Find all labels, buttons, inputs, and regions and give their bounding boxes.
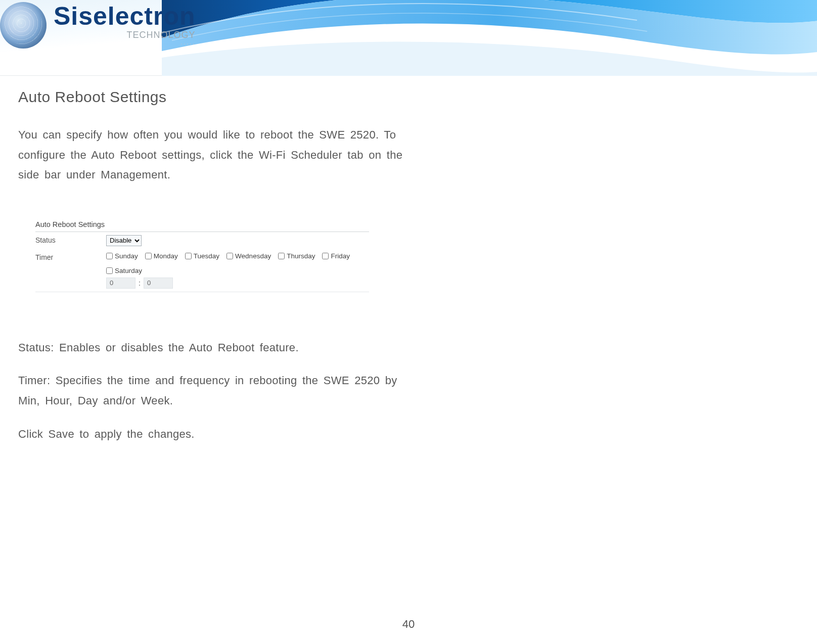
day-tuesday[interactable]: Tuesday [185,252,219,260]
day-saturday[interactable]: Saturday [106,267,142,274]
brand-dots: ····· [54,39,196,48]
intro-paragraph: You can specify how often you would like… [18,125,418,185]
page-number: 40 [0,618,817,631]
minute-input[interactable] [144,278,173,289]
checkbox-thursday[interactable] [278,253,285,259]
save-description: Click Save to apply the changes. [18,424,418,444]
day-thursday[interactable]: Thursday [278,252,315,260]
day-label: Wednesday [235,252,271,260]
brand-name: Siselectron [54,4,196,29]
day-label: Thursday [287,252,315,260]
checkbox-tuesday[interactable] [185,253,192,259]
brand-logo: Siselectron TECHNOLOGY ····· [0,2,196,49]
checkbox-saturday[interactable] [106,267,113,274]
checkbox-sunday[interactable] [106,253,113,259]
page-title: Auto Reboot Settings [18,88,418,106]
checkbox-friday[interactable] [322,253,329,259]
timer-label: Timer [35,252,106,261]
settings-panel: Auto Reboot Settings Status Disable Time… [35,220,369,292]
day-sunday[interactable]: Sunday [106,252,138,260]
checkbox-monday[interactable] [145,253,152,259]
day-label: Tuesday [194,252,219,260]
status-select[interactable]: Disable [106,235,142,246]
brand-subtitle: TECHNOLOGY [54,30,196,40]
timer-row: Timer Sunday Monday Tuesday Wednesday Th… [35,249,369,292]
main-content: Auto Reboot Settings You can specify how… [18,88,418,457]
day-monday[interactable]: Monday [145,252,178,260]
day-label: Saturday [115,267,142,274]
status-row: Status Disable [35,232,369,249]
days-group: Sunday Monday Tuesday Wednesday Thursday… [106,252,369,274]
time-inputs: : [106,278,369,289]
timer-description: Timer: Specifies the time and frequency … [18,371,418,410]
time-colon: : [139,279,141,287]
day-wednesday[interactable]: Wednesday [226,252,271,260]
status-label: Status [35,235,106,244]
header-swoosh-graphic [162,0,817,76]
status-description: Status: Enables or disables the Auto Reb… [18,338,418,358]
day-label: Sunday [115,252,138,260]
day-label: Friday [331,252,350,260]
day-label: Monday [154,252,178,260]
page-header: Siselectron TECHNOLOGY ····· [0,0,817,76]
hour-input[interactable] [106,278,135,289]
checkbox-wednesday[interactable] [226,253,233,259]
panel-title: Auto Reboot Settings [35,220,369,228]
day-friday[interactable]: Friday [322,252,350,260]
globe-icon [0,2,47,49]
